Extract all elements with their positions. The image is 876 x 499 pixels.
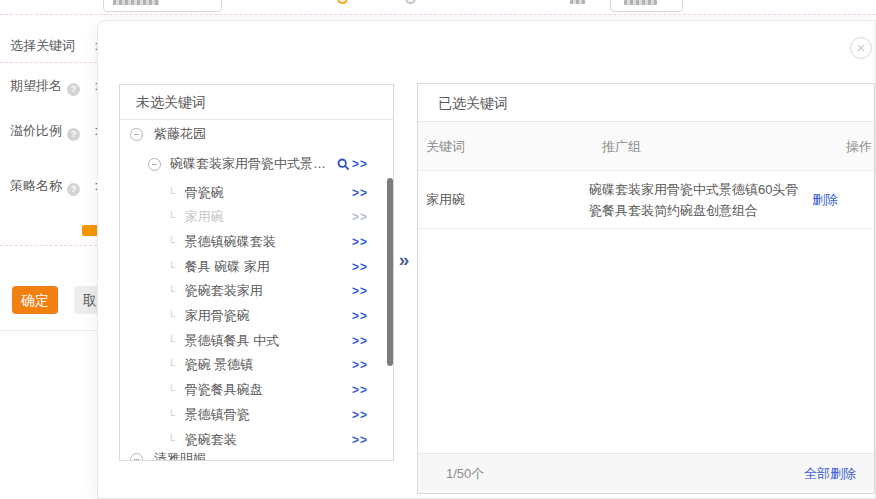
tree-group-row-clipped[interactable]: 清雅明媚 bbox=[120, 447, 393, 461]
search-icon[interactable] bbox=[337, 158, 350, 171]
radio-icon-orange[interactable] bbox=[337, 0, 348, 4]
help-icon[interactable]: ? bbox=[67, 183, 80, 196]
keyword-row: └ 骨瓷餐具碗盘 >> bbox=[120, 378, 393, 402]
table-header: 关键词 推广组 操作 bbox=[418, 122, 874, 171]
label-text: 期望排名 bbox=[10, 78, 62, 94]
panel-title: 已选关键词 bbox=[418, 84, 874, 122]
form-label-keywords: 选择关键词 : bbox=[10, 38, 107, 54]
keyword-picker-dialog: × 未选关键词 紫藤花园 碗碟套装家用骨瓷中式景德镇60头骨瓷餐具套装简约碗盘创… bbox=[97, 20, 876, 499]
column-header-action: 操作 bbox=[846, 122, 872, 171]
campaign-label: 碗碟套装家用骨瓷中式景德镇60头骨瓷餐具套装简约碗盘创意组合 bbox=[170, 155, 335, 173]
add-keyword-button[interactable]: >> bbox=[352, 284, 368, 298]
keyword-count: 1/50个 bbox=[446, 454, 484, 494]
form-label-expected-rank: 期望排名? : bbox=[10, 78, 107, 94]
collapse-icon[interactable] bbox=[130, 128, 143, 141]
selected-keywords-panel: 已选关键词 关键词 推广组 操作 家用碗 碗碟套装家用骨瓷中式景德镇60头骨瓷餐… bbox=[417, 83, 875, 494]
label-text: 溢价比例 bbox=[10, 123, 62, 139]
add-keyword-button[interactable]: >> bbox=[352, 309, 368, 323]
branch-icon: └ bbox=[168, 261, 175, 274]
keyword-label: 景德镇骨瓷 bbox=[185, 406, 250, 424]
branch-icon: └ bbox=[168, 359, 175, 372]
tree-campaign-row[interactable]: 碗碟套装家用骨瓷中式景德镇60头骨瓷餐具套装简约碗盘创意组合 >> bbox=[120, 152, 393, 176]
keyword-label: 骨瓷碗 bbox=[185, 184, 224, 202]
keyword-label: 家用碗 bbox=[185, 208, 224, 226]
branch-icon: └ bbox=[168, 187, 175, 200]
row-separator bbox=[0, 245, 97, 246]
add-keyword-button[interactable]: >> bbox=[352, 433, 368, 447]
keyword-label: 餐具 碗碟 家用 bbox=[185, 258, 270, 276]
cell-adgroup: 碗碟套装家用骨瓷中式景德镇60头骨瓷餐具套装简约碗盘创意组合 bbox=[589, 179, 801, 221]
branch-icon: └ bbox=[168, 409, 175, 422]
keyword-row: └ 景德镇骨瓷 >> bbox=[120, 403, 393, 427]
hidden-orange-button[interactable] bbox=[82, 225, 97, 236]
branch-icon: └ bbox=[168, 384, 175, 397]
table-row: 家用碗 碗碟套装家用骨瓷中式景德镇60头骨瓷餐具套装简约碗盘创意组合 删除 bbox=[418, 171, 874, 229]
branch-icon: └ bbox=[168, 211, 175, 224]
row-separator bbox=[0, 62, 97, 63]
collapse-icon[interactable] bbox=[148, 158, 161, 171]
keyword-row: └ 骨瓷碗 >> bbox=[120, 181, 393, 205]
panel-footer: 1/50个 全部删除 bbox=[418, 453, 874, 493]
add-keyword-button[interactable]: >> bbox=[352, 358, 368, 372]
row-separator bbox=[0, 14, 876, 15]
branch-icon: └ bbox=[168, 310, 175, 323]
add-keyword-button[interactable]: >> bbox=[352, 408, 368, 422]
branch-icon: └ bbox=[168, 285, 175, 298]
label-text: 策略名称 bbox=[10, 178, 62, 194]
page-root: 选择关键词 : 期望排名? : 溢价比例? : 策略名称? : 确定 取消 × … bbox=[0, 0, 876, 499]
add-keyword-button[interactable]: >> bbox=[352, 260, 368, 274]
close-icon[interactable]: × bbox=[850, 37, 872, 59]
panel-title: 未选关键词 bbox=[120, 85, 393, 120]
keyword-label: 骨瓷餐具碗盘 bbox=[185, 381, 263, 399]
label-text: 选择关键词 bbox=[10, 38, 75, 54]
group-label: 清雅明媚 bbox=[154, 450, 206, 461]
confirm-button[interactable]: 确定 bbox=[12, 286, 58, 314]
add-keyword-button[interactable]: >> bbox=[352, 383, 368, 397]
branch-icon: └ bbox=[168, 335, 175, 348]
add-keyword-button[interactable]: >> bbox=[352, 334, 368, 348]
help-icon[interactable]: ? bbox=[67, 83, 80, 96]
redacted-text bbox=[624, 0, 657, 5]
delete-keyword-button[interactable]: 删除 bbox=[812, 191, 838, 209]
keyword-row: └ 家用骨瓷碗 >> bbox=[120, 304, 393, 328]
collapse-icon[interactable] bbox=[130, 453, 143, 462]
help-icon[interactable]: ? bbox=[67, 128, 80, 141]
column-header-adgroup: 推广组 bbox=[602, 122, 641, 171]
branch-icon: └ bbox=[168, 434, 175, 447]
redacted-text bbox=[570, 0, 585, 4]
form-label-premium-ratio: 溢价比例? : bbox=[10, 123, 107, 139]
keyword-label: 瓷碗套装家用 bbox=[185, 282, 263, 300]
add-keyword-button[interactable]: >> bbox=[352, 186, 368, 200]
move-right-icon[interactable]: » bbox=[393, 248, 415, 272]
add-all-keywords-button[interactable]: >> bbox=[352, 157, 368, 171]
branch-icon: └ bbox=[168, 236, 175, 249]
cell-keyword: 家用碗 bbox=[426, 171, 465, 229]
section-divider bbox=[0, 330, 97, 331]
add-keyword-button: >> bbox=[352, 210, 368, 224]
form-label-strategy-name: 策略名称? : bbox=[10, 178, 107, 194]
redacted-text bbox=[113, 0, 159, 5]
unselected-keywords-panel: 未选关键词 紫藤花园 碗碟套装家用骨瓷中式景德镇60头骨瓷餐具套装简约碗盘创意组… bbox=[119, 84, 394, 461]
radio-icon-gray[interactable] bbox=[405, 0, 416, 4]
keyword-label: 瓷碗 景德镇 bbox=[185, 356, 254, 374]
keyword-row: └ 瓷碗 景德镇 >> bbox=[120, 353, 393, 377]
keyword-row: └ 瓷碗套装家用 >> bbox=[120, 279, 393, 303]
tree-group-row[interactable]: 紫藤花园 bbox=[120, 122, 393, 146]
column-header-keyword: 关键词 bbox=[426, 122, 465, 171]
keyword-label: 景德镇碗碟套装 bbox=[185, 233, 276, 251]
add-keyword-button[interactable]: >> bbox=[352, 235, 368, 249]
keyword-label: 景德镇餐具 中式 bbox=[185, 332, 280, 350]
keyword-row-disabled: └ 家用碗 >> bbox=[120, 205, 393, 229]
keyword-row: └ 景德镇餐具 中式 >> bbox=[120, 329, 393, 353]
scrollbar-thumb[interactable] bbox=[387, 178, 393, 366]
keyword-row: └ 餐具 碗碟 家用 >> bbox=[120, 255, 393, 279]
group-label: 紫藤花园 bbox=[154, 125, 206, 143]
keyword-label: 家用骨瓷碗 bbox=[185, 307, 250, 325]
delete-all-button[interactable]: 全部删除 bbox=[804, 454, 856, 494]
keyword-row: └ 景德镇碗碟套装 >> bbox=[120, 230, 393, 254]
